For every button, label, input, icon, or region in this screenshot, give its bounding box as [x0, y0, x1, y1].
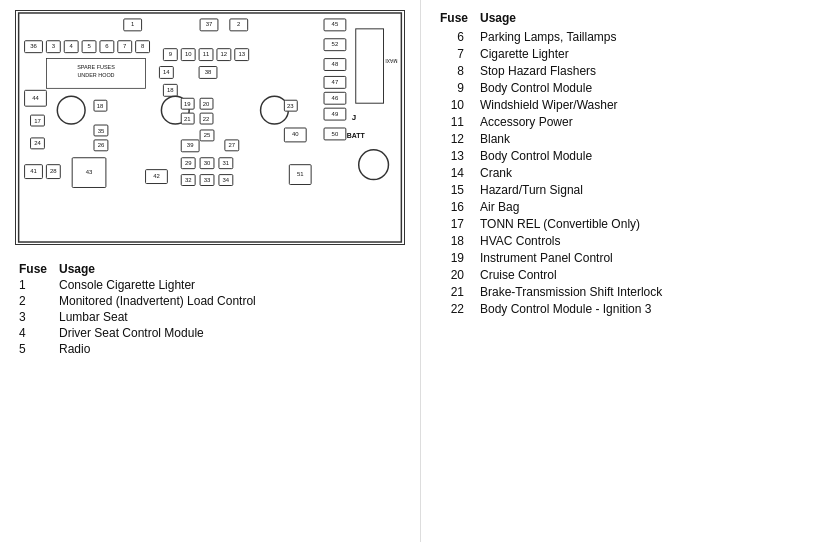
fuse-usage: Instrument Panel Control [476, 249, 808, 266]
table-row: 14 Crank [436, 164, 808, 181]
fuse-number: 14 [436, 164, 476, 181]
fuse-usage: Radio [55, 341, 410, 357]
svg-text:33: 33 [204, 177, 211, 183]
fuse-number: 16 [436, 198, 476, 215]
fuse-number: 8 [436, 62, 476, 79]
svg-text:17: 17 [34, 118, 41, 124]
svg-text:39: 39 [187, 142, 194, 148]
fuse-number: 19 [436, 249, 476, 266]
svg-text:11: 11 [203, 51, 210, 57]
svg-text:43: 43 [86, 169, 93, 175]
fuse-usage: Brake-Transmission Shift Interlock [476, 283, 808, 300]
fuse-usage: Driver Seat Control Module [55, 325, 410, 341]
svg-text:36: 36 [30, 43, 37, 49]
table-row: 5 Radio [15, 341, 410, 357]
svg-text:13: 13 [238, 51, 245, 57]
table-row: 10 Windshield Wiper/Washer [436, 96, 808, 113]
fuse-usage: Accessory Power [476, 113, 808, 130]
right-panel: Fuse Usage 6 Parking Lamps, Taillamps 7 … [420, 0, 818, 542]
svg-text:BATT: BATT [347, 132, 366, 139]
svg-text:34: 34 [223, 177, 230, 183]
table-row: 3 Lumbar Seat [15, 309, 410, 325]
fuse-usage: Lumbar Seat [55, 309, 410, 325]
table-row: 7 Cigarette Lighter [436, 45, 808, 62]
table-row: 6 Parking Lamps, Taillamps [436, 28, 808, 45]
svg-text:UNDER HOOD: UNDER HOOD [77, 72, 114, 78]
svg-text:44: 44 [32, 95, 39, 101]
table-row: 22 Body Control Module - Ignition 3 [436, 300, 808, 317]
fuse-usage: Crank [476, 164, 808, 181]
fuse-diagram: 1 37 2 45 36 3 4 5 6 7 8 [15, 10, 405, 245]
right-header-fuse: Fuse [436, 10, 476, 28]
table-row: 17 TONN REL (Convertible Only) [436, 215, 808, 232]
svg-text:26: 26 [98, 142, 105, 148]
fuse-usage: Blank [476, 130, 808, 147]
svg-text:48: 48 [332, 61, 339, 67]
svg-text:50: 50 [332, 131, 339, 137]
table-row: 4 Driver Seat Control Module [15, 325, 410, 341]
svg-text:J: J [352, 113, 356, 122]
fuse-number: 18 [436, 232, 476, 249]
table-row: 12 Blank [436, 130, 808, 147]
fuse-usage: Body Control Module [476, 79, 808, 96]
fuse-usage: HVAC Controls [476, 232, 808, 249]
svg-text:40: 40 [292, 131, 299, 137]
svg-text:29: 29 [185, 160, 192, 166]
fuse-number: 7 [436, 45, 476, 62]
svg-text:47: 47 [332, 79, 339, 85]
fuse-number: 6 [436, 28, 476, 45]
svg-text:41: 41 [30, 168, 37, 174]
left-panel: 1 37 2 45 36 3 4 5 6 7 8 [0, 0, 420, 542]
fuse-number: 20 [436, 266, 476, 283]
fuse-usage: Stop Hazard Flashers [476, 62, 808, 79]
fuse-usage: Cigarette Lighter [476, 45, 808, 62]
svg-text:20: 20 [203, 101, 210, 107]
fuse-number: 22 [436, 300, 476, 317]
fuse-number: 15 [436, 181, 476, 198]
table-row: 2 Monitored (Inadvertent) Load Control [15, 293, 410, 309]
fuse-number: 17 [436, 215, 476, 232]
svg-text:SPARE FUSES: SPARE FUSES [77, 64, 115, 70]
svg-text:18: 18 [167, 87, 174, 93]
svg-text:MAXI: MAXI [385, 58, 397, 63]
table-row: 19 Instrument Panel Control [436, 249, 808, 266]
table-row: 9 Body Control Module [436, 79, 808, 96]
fuse-usage: TONN REL (Convertible Only) [476, 215, 808, 232]
svg-text:30: 30 [204, 160, 211, 166]
table-row: 11 Accessory Power [436, 113, 808, 130]
fuse-number: 4 [15, 325, 55, 341]
svg-text:7: 7 [123, 43, 126, 49]
fuse-usage: Console Cigarette Lighter [55, 277, 410, 293]
table-row: 8 Stop Hazard Flashers [436, 62, 808, 79]
fuse-number: 2 [15, 293, 55, 309]
table-row: 21 Brake-Transmission Shift Interlock [436, 283, 808, 300]
table-row: 20 Cruise Control [436, 266, 808, 283]
svg-text:51: 51 [297, 171, 304, 177]
svg-text:12: 12 [221, 51, 228, 57]
svg-rect-44 [356, 29, 384, 103]
svg-text:23: 23 [287, 103, 294, 109]
fuse-usage: Parking Lamps, Taillamps [476, 28, 808, 45]
svg-text:14: 14 [163, 69, 170, 75]
svg-text:38: 38 [205, 69, 212, 75]
table-row: 16 Air Bag [436, 198, 808, 215]
fuse-number: 11 [436, 113, 476, 130]
svg-text:25: 25 [204, 132, 211, 138]
svg-text:35: 35 [98, 128, 105, 134]
svg-text:10: 10 [185, 51, 192, 57]
svg-text:27: 27 [229, 142, 236, 148]
fuse-number: 9 [436, 79, 476, 96]
svg-text:21: 21 [184, 116, 191, 122]
fuse-usage: Body Control Module [476, 147, 808, 164]
left-header-usage: Usage [55, 261, 410, 277]
svg-text:2: 2 [237, 21, 240, 27]
table-row: 18 HVAC Controls [436, 232, 808, 249]
fuse-usage: Hazard/Turn Signal [476, 181, 808, 198]
fuse-number: 10 [436, 96, 476, 113]
svg-text:18: 18 [97, 103, 104, 109]
fuse-number: 5 [15, 341, 55, 357]
fuse-usage: Air Bag [476, 198, 808, 215]
fuse-usage: Body Control Module - Ignition 3 [476, 300, 808, 317]
left-header-fuse: Fuse [15, 261, 55, 277]
svg-text:22: 22 [203, 116, 210, 122]
